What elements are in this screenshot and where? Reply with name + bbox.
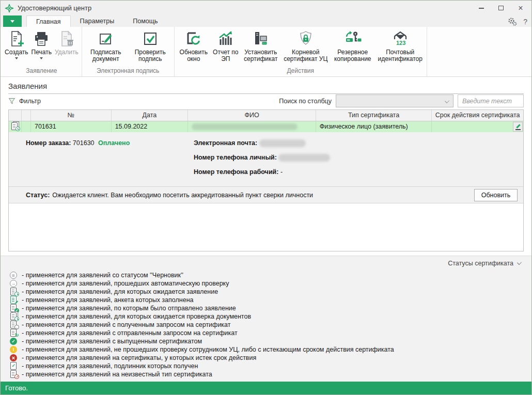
sign-document-button[interactable]: Подписать документ <box>84 28 128 62</box>
create-document-icon <box>8 30 25 48</box>
order-number-label: Номер заказа: <box>26 139 71 147</box>
delete-button[interactable]: Удалить <box>53 28 80 56</box>
ribbon-group-actions: Обновить окно Отчет по ЭП <box>175 27 427 76</box>
root-certificate-button[interactable]: Корневой сертификат УЦ <box>281 28 330 62</box>
email-label: Электронная почта: <box>194 139 257 147</box>
original-received-icon <box>10 362 18 370</box>
legend-item: - применяется для заявлений на неизвестн… <box>10 370 522 378</box>
search-column-label: Поиск по столбцу <box>279 98 332 105</box>
help-icon[interactable]: ? <box>523 18 527 26</box>
legend-item: - применяется для заявлений, подлинник к… <box>10 362 522 370</box>
header-cert-type[interactable]: Тип сертификата <box>316 110 432 121</box>
group-label-application: Заявление <box>3 66 80 76</box>
certificate-issued-icon <box>10 337 18 345</box>
install-certificate-icon <box>252 30 270 48</box>
group-label-esignature: Электронная подпись <box>84 66 173 76</box>
backup-button[interactable]: Резервное копирование <box>330 28 375 62</box>
legend-item: - применяется для заявлений, для которых… <box>10 312 522 321</box>
table-row[interactable]: 701631 15.09.2022 Физическое лицо (заяви… <box>9 121 523 132</box>
ribbon-group-esignature: Подписать документ Проверить подпись Эле… <box>82 27 175 76</box>
window-controls: × <box>478 5 527 12</box>
legend-item: - применяется для заявлений со статусом … <box>10 271 522 279</box>
edit-row-button[interactable] <box>513 122 523 132</box>
legend-item: - применяется для заявлений, анкета кото… <box>10 296 522 304</box>
close-icon[interactable]: × <box>517 5 524 12</box>
status-label: Статус: <box>26 192 50 199</box>
draft-status-icon <box>10 271 18 279</box>
row-status-cell <box>9 121 22 132</box>
main-content: Заявления Фильтр Поиск по столбцу № Дата <box>1 77 531 382</box>
funnel-icon <box>8 98 15 105</box>
search-column-select[interactable] <box>336 94 453 107</box>
paid-status-badge: Оплачено <box>98 139 130 147</box>
header-date[interactable]: Дата <box>112 110 189 121</box>
certificate-statuses-header[interactable]: Статусы сертификата <box>10 258 522 271</box>
print-icon <box>33 30 50 48</box>
titlebar: Удостоверяющий центр × <box>1 1 531 15</box>
refresh-window-icon <box>185 30 202 48</box>
search-input[interactable] <box>458 94 524 107</box>
verify-signature-icon <box>142 30 159 48</box>
root-certificate-icon <box>297 30 315 48</box>
statusbar: Готово. <box>1 382 531 394</box>
group-label-actions: Действия <box>176 66 425 76</box>
filter-toolbar: Фильтр Поиск по столбцу <box>8 94 524 108</box>
questionnaire-filled-icon <box>10 296 18 304</box>
legend-item: - применяется для заявлений, для которых… <box>10 288 522 296</box>
menu-bar: Главная Параметры Помощь ? <box>1 15 531 27</box>
tab-help[interactable]: Помощь <box>123 15 167 27</box>
row-cert-type-cell: Физическое лицо (заявитель) <box>316 121 432 132</box>
auto-check-passed-icon <box>10 279 18 288</box>
unknown-certificate-type-icon <box>10 370 18 378</box>
minimize-icon[interactable] <box>478 5 485 12</box>
row-number-cell: 701631 <box>31 121 112 132</box>
create-button[interactable]: Создать <box>3 28 30 59</box>
app-logo-icon <box>5 4 14 13</box>
header-number[interactable]: № <box>31 110 112 121</box>
legend-item: - применяется для заявлений с отправленн… <box>10 329 522 337</box>
tab-parameters[interactable]: Параметры <box>71 15 124 27</box>
maximize-icon[interactable] <box>497 5 505 12</box>
ribbon: Создать Печать <box>1 27 531 77</box>
pencil-icon <box>515 124 521 130</box>
header-fio[interactable]: ФИО <box>188 110 316 121</box>
certificate-request-sent-icon <box>10 329 18 337</box>
ribbon-group-application: Создать Печать <box>2 27 82 76</box>
page-title: Заявления <box>8 82 524 90</box>
status-text: Ожидается клиент. Вам необходимо посетит… <box>52 192 313 199</box>
install-certificate-button[interactable]: Установить сертификат <box>240 28 281 62</box>
print-button[interactable]: Печать <box>30 28 53 59</box>
check-failed-or-expiring-icon <box>10 345 18 354</box>
window-title: Удостоверяющий центр <box>18 4 91 12</box>
redacted-fio <box>192 123 298 130</box>
menu-dropdown-icon <box>10 20 14 23</box>
ep-report-icon <box>217 30 234 48</box>
refresh-status-button[interactable]: Обновить <box>474 189 518 201</box>
app-window: Удостоверяющий центр × Главная Параметры… <box>0 0 532 395</box>
header-status-icon-column[interactable] <box>9 110 22 121</box>
row-fio-cell <box>188 121 316 132</box>
verify-signature-button[interactable]: Проверить подпись <box>128 28 173 62</box>
certificate-statuses-panel: Статусы сертификата - применяется для за… <box>1 256 531 382</box>
file-menu-button[interactable] <box>3 15 22 27</box>
filter-button[interactable]: Фильтр <box>8 98 41 105</box>
mail-identifier-button[interactable]: 123 Почтовый идентификатор <box>375 28 425 62</box>
chevron-down-icon <box>445 99 449 103</box>
chevron-down-icon <box>517 260 522 265</box>
ep-report-button[interactable]: Отчет по ЭП <box>211 28 240 62</box>
row-blank-cell <box>22 121 31 132</box>
delete-document-icon <box>58 30 75 48</box>
refresh-window-button[interactable]: Обновить окно <box>176 28 211 62</box>
header-cert-term[interactable]: Срок действия сертификата <box>432 110 523 121</box>
backup-icon <box>344 30 362 48</box>
personal-phone-label: Номер телефона личный: <box>194 154 277 161</box>
svg-text:123: 123 <box>396 40 405 46</box>
requests-grid: № Дата ФИО Тип сертификата Срок действия… <box>8 109 524 251</box>
legend-item: - применяется для заявлений, по которым … <box>10 304 522 312</box>
redacted-personal-phone <box>278 154 330 162</box>
settings-gears-icon[interactable] <box>507 17 518 26</box>
work-phone-label: Номер телефона рабочий: <box>194 168 278 176</box>
tab-main[interactable]: Главная <box>26 15 71 27</box>
header-blank-column[interactable] <box>22 110 31 121</box>
order-details: Номер заказа: 701630 Оплачено Электронна… <box>9 132 523 186</box>
